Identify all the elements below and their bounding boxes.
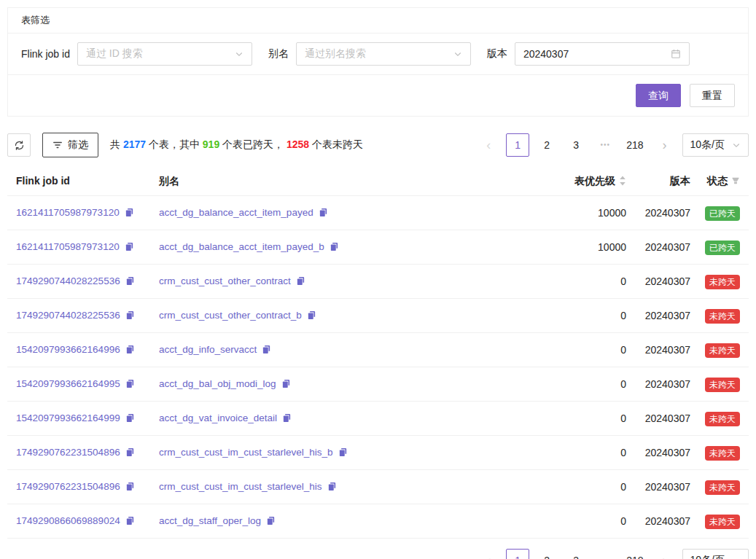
page: 表筛选 Flink job id 通过 ID 搜索 别名 通过别名搜索 (0, 0, 756, 559)
alias-select[interactable]: 通过别名搜索 (296, 42, 471, 66)
copy-icon[interactable] (282, 412, 292, 426)
pagination-page-2[interactable]: 2 (535, 133, 558, 157)
flink-job-id-cell: 1749290866069889024 (7, 504, 150, 539)
copy-icon[interactable] (319, 206, 328, 221)
alias-cell: acct_dg_balance_acct_item_payed (150, 196, 546, 230)
flink-job-id-link[interactable]: 1749290744028225536 (16, 275, 120, 286)
flink-job-id-cell: 1749290744028225536 (7, 299, 150, 333)
flink-job-id-link[interactable]: 1749290866069889024 (16, 515, 120, 526)
alias-link[interactable]: acct_dg_vat_invoice_detail (159, 413, 277, 423)
pagination-page-3[interactable]: 3 (564, 133, 588, 157)
alias-link[interactable]: acct_dg_staff_oper_log (159, 515, 261, 526)
status-cell: 未跨天 (690, 436, 749, 470)
pagination-next[interactable]: › (653, 549, 677, 559)
flink-job-id-link[interactable]: 1749290744028225536 (16, 310, 120, 321)
copy-icon[interactable] (281, 378, 291, 392)
copy-icon[interactable] (125, 241, 134, 255)
summary-seg: 个表，其中 (146, 138, 203, 150)
filter-actions-row: 查询 重置 (8, 75, 748, 116)
copy-icon[interactable] (307, 309, 316, 324)
flink-job-id-link[interactable]: 1749290762231504896 (16, 481, 120, 492)
flink-job-id-link[interactable]: 1749290762231504896 (16, 447, 120, 458)
pagination-page-3[interactable]: 3 (564, 549, 588, 559)
chevron-down-icon (235, 50, 243, 58)
copy-icon[interactable] (125, 206, 134, 221)
pagination-page-218[interactable]: 218 (623, 133, 647, 157)
copy-icon[interactable] (266, 515, 276, 529)
table-row: 1749290866069889024 acct_dg_staff_oper_l… (7, 504, 749, 539)
chevron-down-icon (732, 141, 741, 149)
copy-icon[interactable] (125, 412, 135, 426)
flink-job-id-link[interactable]: 1542097993662164999 (16, 413, 120, 423)
summary-seg: 个表未跨天 (309, 138, 363, 150)
version-label: 版本 (487, 47, 507, 60)
footer-pagination-row: ‹123•••218› 10条/页 (7, 549, 749, 559)
page-size-select[interactable]: 10条/页 (682, 133, 749, 157)
flink-job-id-link[interactable]: 1542097993662164996 (16, 344, 120, 355)
filter-field-flink-job-id: Flink job id 通过 ID 搜索 (21, 42, 252, 66)
copy-icon[interactable] (125, 275, 135, 289)
copy-icon[interactable] (125, 378, 135, 392)
pagination-ellipsis: ••• (593, 133, 617, 157)
tables-data-table: Flink job id 别名 表优先级 版本 状态 (7, 166, 749, 539)
alias-link[interactable]: acct_dg_balance_acct_item_payed_b (159, 241, 324, 252)
pagination-page-2[interactable]: 2 (535, 549, 558, 559)
filter-toggle-button[interactable]: 筛选 (42, 133, 98, 157)
copy-icon[interactable] (125, 515, 135, 529)
status-cell: 已跨天 (690, 196, 749, 230)
alias-link[interactable]: crm_cust_cust_other_contract_b (159, 310, 302, 321)
pagination-page-1[interactable]: 1 (506, 549, 529, 559)
alias-cell: acct_dg_info_servacct (150, 333, 546, 367)
copy-icon[interactable] (296, 275, 305, 289)
alias-link[interactable]: acct_dg_info_servacct (159, 344, 257, 355)
filter-card-title: 表筛选 (8, 8, 748, 34)
version-date-picker[interactable]: 20240307 (515, 42, 690, 66)
reset-button[interactable]: 重置 (690, 84, 735, 107)
copy-icon[interactable] (125, 309, 135, 324)
flink-job-id-cell: 1542097993662164996 (7, 333, 150, 367)
alias-link[interactable]: acct_dg_balance_acct_item_payed (159, 207, 313, 218)
copy-icon[interactable] (125, 480, 135, 495)
alias-link[interactable]: crm_cust_cust_im_cust_starlevel_his_b (159, 447, 333, 458)
flink-job-id-cell: 1749290762231504896 (7, 470, 150, 504)
flink-job-id-cell: 1749290762231504896 (7, 436, 150, 470)
pagination-page-218[interactable]: 218 (623, 549, 647, 559)
pagination-next[interactable]: › (653, 133, 677, 157)
flink-job-id-select[interactable]: 通过 ID 搜索 (77, 42, 252, 66)
pagination-prev[interactable]: ‹ (477, 549, 500, 559)
copy-icon[interactable] (262, 343, 271, 358)
copy-icon[interactable] (125, 446, 135, 461)
alias-cell: crm_cust_cust_im_cust_starlevel_his_b (150, 436, 546, 470)
filter-funnel-icon[interactable] (731, 176, 740, 185)
copy-icon[interactable] (338, 446, 348, 461)
refresh-button[interactable] (7, 133, 31, 157)
copy-icon[interactable] (330, 241, 339, 255)
copy-icon[interactable] (327, 480, 337, 495)
flink-job-id-cell: 1749290744028225536 (7, 265, 150, 299)
pagination-page-1[interactable]: 1 (506, 133, 529, 157)
page-size-select-bottom[interactable]: 10条/页 (682, 549, 749, 559)
page-size-value: 10条/页 (690, 138, 725, 152)
table-row: 1542097993662164999 acct_dg_vat_invoice_… (7, 402, 749, 436)
table-row: 1749290744028225536 crm_cust_cust_other_… (7, 299, 749, 333)
priority-cell: 0 (546, 504, 626, 539)
flink-job-id-link[interactable]: 1621411705987973120 (16, 241, 120, 252)
table-row: 1749290762231504896 crm_cust_cust_im_cus… (7, 470, 749, 504)
uncrossed-count: 1258 (287, 138, 309, 150)
status-badge: 未跨天 (705, 275, 740, 289)
copy-icon[interactable] (125, 343, 135, 358)
priority-cell: 10000 (546, 196, 626, 230)
pagination-prev[interactable]: ‹ (477, 133, 500, 157)
flink-job-id-link[interactable]: 1542097993662164995 (16, 378, 120, 389)
flink-job-id-link[interactable]: 1621411705987973120 (16, 207, 120, 218)
status-cell: 未跨天 (690, 504, 749, 539)
alias-link[interactable]: crm_cust_cust_im_cust_starlevel_his (159, 481, 322, 492)
version-cell: 20240307 (626, 367, 690, 402)
col-header-priority[interactable]: 表优先级 (546, 166, 626, 196)
status-badge: 已跨天 (705, 241, 740, 255)
chevron-down-icon (732, 556, 741, 559)
query-button[interactable]: 查询 (636, 84, 681, 107)
alias-link[interactable]: acct_dg_bal_obj_modi_log (159, 378, 276, 389)
priority-cell: 0 (546, 265, 626, 299)
alias-link[interactable]: crm_cust_cust_other_contract (159, 275, 291, 286)
